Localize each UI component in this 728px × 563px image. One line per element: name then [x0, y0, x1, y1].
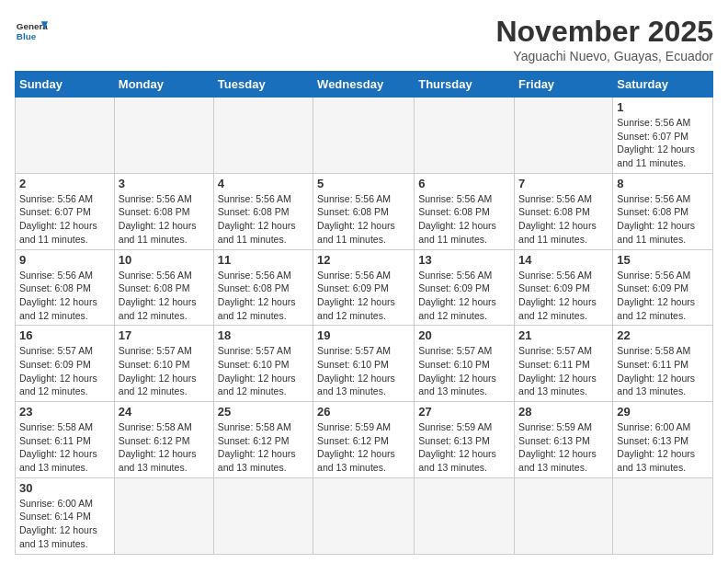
- calendar-cell: 17Sunrise: 5:57 AM Sunset: 6:10 PM Dayli…: [114, 326, 213, 402]
- day-info: Sunrise: 5:56 AM Sunset: 6:07 PM Dayligh…: [617, 116, 709, 170]
- calendar-cell: 1Sunrise: 5:56 AM Sunset: 6:07 PM Daylig…: [613, 98, 713, 174]
- page-header: General Blue November 2025 Yaguachi Nuev…: [15, 15, 713, 63]
- day-info: Sunrise: 5:56 AM Sunset: 6:08 PM Dayligh…: [119, 269, 210, 323]
- day-number: 25: [218, 405, 309, 419]
- day-info: Sunrise: 5:57 AM Sunset: 6:10 PM Dayligh…: [119, 344, 210, 398]
- weekday-header-saturday: Saturday: [613, 72, 713, 98]
- calendar-cell: 4Sunrise: 5:56 AM Sunset: 6:08 PM Daylig…: [213, 173, 313, 249]
- day-info: Sunrise: 5:56 AM Sunset: 6:09 PM Dayligh…: [317, 269, 410, 323]
- day-number: 5: [317, 177, 410, 190]
- day-info: Sunrise: 5:59 AM Sunset: 6:13 PM Dayligh…: [518, 420, 609, 475]
- calendar-cell: [16, 98, 115, 174]
- day-info: Sunrise: 6:00 AM Sunset: 6:13 PM Dayligh…: [617, 420, 709, 475]
- location-subtitle: Yaguachi Nuevo, Guayas, Ecuador: [495, 49, 713, 63]
- calendar-cell: [213, 98, 313, 174]
- day-number: 30: [19, 481, 110, 495]
- week-row-5: 23Sunrise: 5:58 AM Sunset: 6:11 PM Dayli…: [16, 402, 713, 478]
- day-number: 12: [317, 253, 410, 267]
- day-number: 18: [218, 328, 309, 342]
- weekday-header-sunday: Sunday: [16, 72, 115, 98]
- calendar-cell: 8Sunrise: 5:56 AM Sunset: 6:08 PM Daylig…: [613, 173, 713, 249]
- calendar-cell: 24Sunrise: 5:58 AM Sunset: 6:12 PM Dayli…: [114, 402, 213, 478]
- day-number: 16: [19, 328, 110, 342]
- day-info: Sunrise: 5:58 AM Sunset: 6:11 PM Dayligh…: [617, 344, 709, 398]
- day-info: Sunrise: 5:57 AM Sunset: 6:09 PM Dayligh…: [19, 344, 110, 398]
- day-number: 20: [418, 328, 510, 342]
- calendar-cell: 16Sunrise: 5:57 AM Sunset: 6:09 PM Dayli…: [16, 326, 115, 402]
- day-number: 1: [617, 100, 709, 114]
- day-number: 22: [617, 328, 709, 342]
- calendar-cell: 2Sunrise: 5:56 AM Sunset: 6:07 PM Daylig…: [16, 173, 115, 249]
- day-number: 29: [617, 405, 709, 419]
- day-info: Sunrise: 5:56 AM Sunset: 6:07 PM Dayligh…: [19, 192, 110, 247]
- day-info: Sunrise: 5:59 AM Sunset: 6:13 PM Dayligh…: [418, 420, 510, 475]
- calendar-cell: 11Sunrise: 5:56 AM Sunset: 6:08 PM Dayli…: [213, 249, 313, 326]
- svg-text:Blue: Blue: [17, 31, 37, 41]
- day-info: Sunrise: 5:56 AM Sunset: 6:08 PM Dayligh…: [19, 269, 110, 323]
- day-info: Sunrise: 5:56 AM Sunset: 6:08 PM Dayligh…: [617, 192, 709, 247]
- day-number: 26: [317, 405, 410, 419]
- week-row-2: 2Sunrise: 5:56 AM Sunset: 6:07 PM Daylig…: [16, 173, 713, 249]
- calendar-cell: 7Sunrise: 5:56 AM Sunset: 6:08 PM Daylig…: [515, 173, 613, 249]
- day-number: 24: [119, 405, 210, 419]
- weekday-header-wednesday: Wednesday: [313, 72, 415, 98]
- calendar-cell: 22Sunrise: 5:58 AM Sunset: 6:11 PM Dayli…: [613, 326, 713, 402]
- day-info: Sunrise: 5:59 AM Sunset: 6:12 PM Dayligh…: [317, 420, 410, 475]
- week-row-3: 9Sunrise: 5:56 AM Sunset: 6:08 PM Daylig…: [16, 249, 713, 326]
- calendar-cell: 3Sunrise: 5:56 AM Sunset: 6:08 PM Daylig…: [114, 173, 213, 249]
- day-number: 7: [518, 177, 609, 190]
- day-info: Sunrise: 5:57 AM Sunset: 6:11 PM Dayligh…: [518, 344, 609, 398]
- day-info: Sunrise: 5:56 AM Sunset: 6:08 PM Dayligh…: [218, 192, 309, 247]
- calendar-cell: 5Sunrise: 5:56 AM Sunset: 6:08 PM Daylig…: [313, 173, 415, 249]
- day-number: 13: [418, 253, 510, 267]
- day-number: 2: [19, 177, 110, 190]
- weekday-header-friday: Friday: [515, 72, 613, 98]
- calendar-cell: [415, 98, 515, 174]
- calendar-cell: 14Sunrise: 5:56 AM Sunset: 6:09 PM Dayli…: [515, 249, 613, 326]
- calendar-cell: 28Sunrise: 5:59 AM Sunset: 6:13 PM Dayli…: [515, 402, 613, 478]
- day-number: 19: [317, 328, 410, 342]
- weekday-header-monday: Monday: [114, 72, 213, 98]
- title-block: November 2025 Yaguachi Nuevo, Guayas, Ec…: [495, 15, 713, 63]
- calendar-cell: [114, 98, 213, 174]
- day-info: Sunrise: 5:56 AM Sunset: 6:09 PM Dayligh…: [418, 269, 510, 323]
- day-info: Sunrise: 5:56 AM Sunset: 6:09 PM Dayligh…: [617, 269, 709, 323]
- day-info: Sunrise: 5:58 AM Sunset: 6:12 PM Dayligh…: [218, 420, 309, 475]
- day-number: 10: [119, 253, 210, 267]
- calendar-cell: 21Sunrise: 5:57 AM Sunset: 6:11 PM Dayli…: [515, 326, 613, 402]
- day-number: 14: [518, 253, 609, 267]
- day-info: Sunrise: 5:56 AM Sunset: 6:08 PM Dayligh…: [218, 269, 309, 323]
- month-title: November 2025: [495, 15, 713, 49]
- calendar-cell: 12Sunrise: 5:56 AM Sunset: 6:09 PM Dayli…: [313, 249, 415, 326]
- day-number: 8: [617, 177, 709, 190]
- day-number: 11: [218, 253, 309, 267]
- calendar-cell: [213, 477, 313, 554]
- day-info: Sunrise: 5:56 AM Sunset: 6:08 PM Dayligh…: [518, 192, 609, 247]
- calendar-cell: [313, 477, 415, 554]
- day-info: Sunrise: 5:58 AM Sunset: 6:12 PM Dayligh…: [119, 420, 210, 475]
- day-info: Sunrise: 5:56 AM Sunset: 6:08 PM Dayligh…: [119, 192, 210, 247]
- day-number: 27: [418, 405, 510, 419]
- day-info: Sunrise: 5:57 AM Sunset: 6:10 PM Dayligh…: [218, 344, 309, 398]
- week-row-1: 1Sunrise: 5:56 AM Sunset: 6:07 PM Daylig…: [16, 98, 713, 174]
- week-row-6: 30Sunrise: 6:00 AM Sunset: 6:14 PM Dayli…: [16, 477, 713, 554]
- calendar-cell: 20Sunrise: 5:57 AM Sunset: 6:10 PM Dayli…: [415, 326, 515, 402]
- day-number: 17: [119, 328, 210, 342]
- day-number: 9: [19, 253, 110, 267]
- calendar-cell: [415, 477, 515, 554]
- calendar-cell: 27Sunrise: 5:59 AM Sunset: 6:13 PM Dayli…: [415, 402, 515, 478]
- calendar-cell: 18Sunrise: 5:57 AM Sunset: 6:10 PM Dayli…: [213, 326, 313, 402]
- day-info: Sunrise: 6:00 AM Sunset: 6:14 PM Dayligh…: [19, 497, 110, 551]
- day-number: 21: [518, 328, 609, 342]
- calendar-cell: [114, 477, 213, 554]
- calendar-cell: [515, 98, 613, 174]
- day-info: Sunrise: 5:56 AM Sunset: 6:08 PM Dayligh…: [418, 192, 510, 247]
- day-info: Sunrise: 5:57 AM Sunset: 6:10 PM Dayligh…: [317, 344, 410, 398]
- calendar-cell: 29Sunrise: 6:00 AM Sunset: 6:13 PM Dayli…: [613, 402, 713, 478]
- calendar-cell: [613, 477, 713, 554]
- calendar-cell: [515, 477, 613, 554]
- day-info: Sunrise: 5:58 AM Sunset: 6:11 PM Dayligh…: [19, 420, 110, 475]
- day-number: 6: [418, 177, 510, 190]
- logo: General Blue: [15, 15, 48, 48]
- weekday-header-thursday: Thursday: [415, 72, 515, 98]
